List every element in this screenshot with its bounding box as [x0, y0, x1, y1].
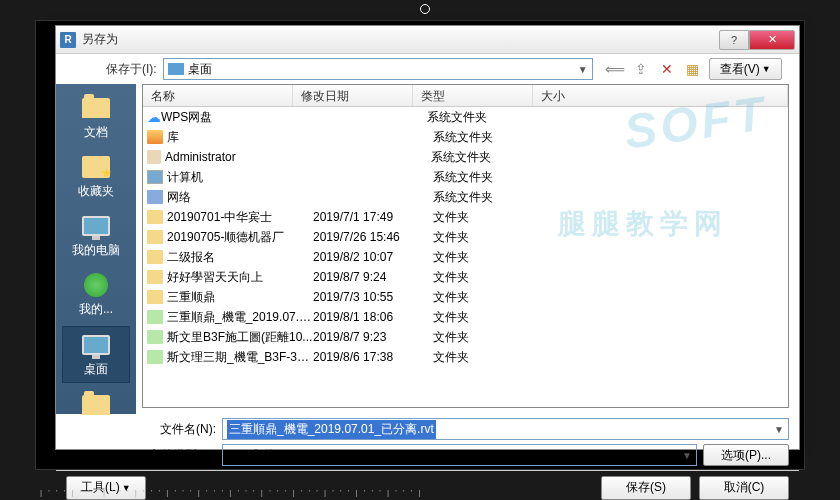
col-date[interactable]: 修改日期	[293, 85, 413, 106]
folder-icon	[80, 94, 112, 122]
globe-icon	[80, 271, 112, 299]
filename-input[interactable]: 三重順鼎_機電_2019.07.01_已分离.rvt ▼	[222, 418, 789, 440]
help-button[interactable]: ?	[719, 30, 749, 50]
file-row[interactable]: ☁WPS网盘系统文件夹	[143, 107, 788, 127]
file-row[interactable]: 三重顺鼎2019/7/3 10:55文件夹	[143, 287, 788, 307]
view-button[interactable]: 查看(V) ▼	[709, 58, 782, 80]
row-name: 三重順鼎_機電_2019.07.0...	[167, 309, 313, 326]
row-date: 2019/8/6 17:38	[313, 350, 433, 364]
row-type: 系统文件夹	[433, 169, 553, 186]
back-icon[interactable]: ⟸	[605, 59, 625, 79]
row-type: 系统文件夹	[433, 189, 553, 206]
dialog-title: 另存为	[82, 31, 719, 48]
save-as-dialog: R 另存为 ? ✕ 保存于(I): 桌面 ▼ ⟸ ⇪ ✕ ▦ 查看(V) ▼ 文…	[55, 25, 800, 450]
row-date: 2019/8/7 9:23	[313, 330, 433, 344]
row-name: 网络	[167, 189, 313, 206]
resize-handle-top[interactable]	[420, 4, 430, 14]
list-header: 名称 修改日期 类型 大小	[143, 85, 788, 107]
delete-icon[interactable]: ✕	[657, 59, 677, 79]
row-name: 库	[167, 129, 313, 146]
monitor-icon	[80, 212, 112, 240]
filename-label: 文件名(N):	[136, 421, 216, 438]
file-row[interactable]: 计算机系统文件夹	[143, 167, 788, 187]
save-in-label: 保存于(I):	[106, 61, 157, 78]
up-icon[interactable]: ⇪	[631, 59, 651, 79]
sidebar-label: 我的电脑	[72, 242, 120, 259]
file-row[interactable]: 库系统文件夹	[143, 127, 788, 147]
row-name: 斯文里B3F施工圖(距離10...	[167, 329, 313, 346]
file-row[interactable]: Administrator系统文件夹	[143, 147, 788, 167]
chevron-down-icon: ▼	[578, 64, 588, 75]
row-name: 三重顺鼎	[167, 289, 313, 306]
row-type: 文件夹	[433, 269, 553, 286]
row-date: 2019/7/26 15:46	[313, 230, 433, 244]
chevron-down-icon[interactable]: ▼	[774, 424, 784, 435]
row-date: 2019/8/2 10:07	[313, 250, 433, 264]
row-type: 文件夹	[433, 329, 553, 346]
sidebar-item-文档[interactable]: 文档	[62, 90, 130, 145]
file-row[interactable]: 好好學習天天向上2019/8/7 9:24文件夹	[143, 267, 788, 287]
row-name: 20190701-中华宾士	[167, 209, 313, 226]
sidebar-label: 收藏夹	[78, 183, 114, 200]
desktop-icon	[168, 63, 184, 75]
col-type[interactable]: 类型	[413, 85, 533, 106]
row-name: 20190705-顺德机器厂	[167, 229, 313, 246]
toolbar: 保存于(I): 桌面 ▼ ⟸ ⇪ ✕ ▦ 查看(V) ▼	[56, 54, 799, 84]
options-button[interactable]: 选项(P)...	[703, 444, 789, 466]
file-row[interactable]: 斯文里B3F施工圖(距離10...2019/8/7 9:23文件夹	[143, 327, 788, 347]
row-type: 系统文件夹	[433, 129, 553, 146]
file-row[interactable]: 三重順鼎_機電_2019.07.0...2019/8/1 18:06文件夹	[143, 307, 788, 327]
sidebar-label: 我的...	[79, 301, 113, 318]
timeline-ruler: | ' ' ' | ' ' ' | ' ' ' | ' ' ' | ' ' ' …	[40, 488, 800, 498]
col-size[interactable]: 大小	[533, 85, 788, 106]
file-row[interactable]: 二级报名2019/8/2 10:07文件夹	[143, 247, 788, 267]
row-date: 2019/8/1 18:06	[313, 310, 433, 324]
sidebar-label: 文档	[84, 124, 108, 141]
titlebar[interactable]: R 另存为 ? ✕	[56, 26, 799, 54]
col-name[interactable]: 名称	[143, 85, 293, 106]
folder-icon	[80, 391, 112, 419]
row-type: 文件夹	[433, 289, 553, 306]
row-type: 文件夹	[433, 209, 553, 226]
row-type: 系统文件夹	[427, 109, 547, 126]
filetype-value: 项目文件 (*.rvt)	[227, 447, 308, 464]
row-type: 文件夹	[433, 349, 553, 366]
sidebar-item-收藏夹[interactable]: 收藏夹	[62, 149, 130, 204]
row-type: 文件夹	[433, 309, 553, 326]
row-type: 系统文件夹	[431, 149, 551, 166]
star-icon	[80, 153, 112, 181]
file-row[interactable]: 20190705-顺德机器厂2019/7/26 15:46文件夹	[143, 227, 788, 247]
list-rows[interactable]: ☁WPS网盘系统文件夹库系统文件夹Administrator系统文件夹计算机系统…	[143, 107, 788, 407]
places-sidebar: 文档收藏夹我的电脑我的...桌面	[56, 84, 136, 414]
view-label: 查看(V)	[720, 61, 760, 78]
close-button[interactable]: ✕	[749, 30, 795, 50]
new-folder-icon[interactable]: ▦	[683, 59, 703, 79]
row-name: 斯文理三期_機電_B3F-3F...	[167, 349, 313, 366]
chevron-down-icon: ▼	[762, 64, 771, 74]
row-name: WPS网盘	[161, 109, 307, 126]
location-dropdown[interactable]: 桌面 ▼	[163, 58, 593, 80]
row-type: 文件夹	[433, 229, 553, 246]
row-type: 文件夹	[433, 249, 553, 266]
sidebar-item-桌面[interactable]: 桌面	[62, 326, 130, 383]
row-name: Administrator	[165, 150, 311, 164]
filename-value: 三重順鼎_機電_2019.07.01_已分离.rvt	[227, 420, 436, 439]
row-name: 二级报名	[167, 249, 313, 266]
filetype-label: 文件类型(T):	[136, 447, 216, 464]
row-date: 2019/7/3 10:55	[313, 290, 433, 304]
row-date: 2019/7/1 17:49	[313, 210, 433, 224]
file-row[interactable]: 网络系统文件夹	[143, 187, 788, 207]
file-row[interactable]: 斯文理三期_機電_B3F-3F...2019/8/6 17:38文件夹	[143, 347, 788, 367]
app-icon: R	[60, 32, 76, 48]
monitor-icon	[80, 331, 112, 359]
sidebar-item-我的...[interactable]: 我的...	[62, 267, 130, 322]
sidebar-label: 桌面	[84, 361, 108, 378]
file-list: SOFT 腿腿教学网 名称 修改日期 类型 大小 ☁WPS网盘系统文件夹库系统文…	[142, 84, 789, 408]
row-name: 计算机	[167, 169, 313, 186]
sidebar-item-我的电脑[interactable]: 我的电脑	[62, 208, 130, 263]
bottom-fields: 文件名(N): 三重順鼎_機電_2019.07.01_已分离.rvt ▼ 文件类…	[56, 414, 799, 470]
chevron-down-icon[interactable]: ▼	[682, 450, 692, 461]
file-row[interactable]: 20190701-中华宾士2019/7/1 17:49文件夹	[143, 207, 788, 227]
row-date: 2019/8/7 9:24	[313, 270, 433, 284]
filetype-dropdown[interactable]: 项目文件 (*.rvt) ▼	[222, 444, 697, 466]
